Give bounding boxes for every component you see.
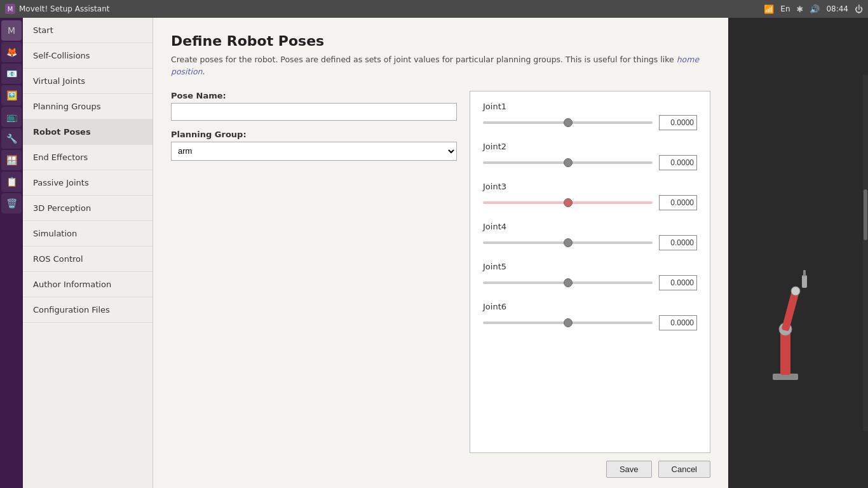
app-icon: M: [5, 4, 15, 14]
joint-slider-container-joint6: [483, 316, 653, 329]
joint-slider-container-joint1: [483, 116, 653, 129]
sidebar-item-planning-groups[interactable]: Planning Groups: [23, 94, 153, 119]
svg-rect-7: [803, 270, 806, 276]
dock-item-terminal[interactable]: 📺: [1, 107, 22, 127]
titlebar-right: 📶 En ✱ 🔊 08:44 ⏻: [764, 4, 863, 14]
joint-slider-container-joint3: [483, 196, 653, 209]
sidebar-item-ros-control[interactable]: ROS Control: [23, 247, 153, 272]
joint-row-joint5: Joint5: [483, 262, 697, 290]
joint-value-joint6[interactable]: [659, 315, 697, 330]
cancel-button[interactable]: Cancel: [658, 461, 710, 478]
joint-slider-joint5[interactable]: [483, 281, 653, 284]
svg-point-5: [791, 287, 800, 295]
dock-item-window[interactable]: 🪟: [1, 150, 22, 170]
joint-name-joint3: Joint3: [483, 182, 697, 191]
sidebar-item-passive-joints[interactable]: Passive Joints: [23, 170, 153, 196]
sidebar-item-author-information[interactable]: Author Information: [23, 272, 153, 297]
titlebar-left: M MoveIt! Setup Assistant: [5, 4, 109, 14]
dock-item-moveit[interactable]: M: [1, 20, 22, 41]
joint-controls-joint6: [483, 315, 697, 330]
bottom-bar: Save Cancel: [171, 453, 710, 478]
joint-controls-joint1: [483, 115, 697, 130]
dock-item-trash[interactable]: 🗑️: [1, 193, 22, 214]
joint-row-joint2: Joint2: [483, 142, 697, 170]
sidebar-item-virtual-joints[interactable]: Virtual Joints: [23, 69, 153, 94]
joint-value-joint1[interactable]: [659, 115, 697, 130]
language-indicator: En: [780, 4, 790, 13]
titlebar: M MoveIt! Setup Assistant 📶 En ✱ 🔊 08:44…: [0, 0, 868, 18]
app-container: M 🦊 📧 🖼️ 📺 🔧 🪟 📋 🗑️ Start Self-Collision…: [0, 18, 868, 488]
bluetooth-icon: ✱: [797, 4, 804, 14]
joint-controls-joint5: [483, 275, 697, 290]
volume-icon: 🔊: [810, 4, 820, 14]
sidebar-item-3d-perception[interactable]: 3D Perception: [23, 196, 153, 221]
joint-slider-joint6[interactable]: [483, 322, 653, 324]
page-title: Define Robot Poses: [171, 33, 710, 49]
joints-panel: Joint1Joint2Joint3Joint4Joint5Joint6: [470, 91, 710, 454]
power-icon: ⏻: [855, 4, 863, 14]
dock-item-email[interactable]: 📧: [1, 64, 22, 84]
save-button[interactable]: Save: [606, 461, 652, 478]
joint-slider-container-joint4: [483, 236, 653, 249]
joint-controls-joint3: [483, 195, 697, 210]
sidebar-item-start[interactable]: Start: [23, 18, 153, 43]
wifi-icon: 📶: [764, 4, 774, 14]
joint-name-joint1: Joint1: [483, 102, 697, 111]
joint-value-joint4[interactable]: [659, 235, 697, 250]
3d-view-panel: [728, 18, 868, 488]
dock-item-browser[interactable]: 🦊: [1, 42, 22, 62]
joint-row-joint1: Joint1: [483, 102, 697, 130]
joint-name-joint6: Joint6: [483, 302, 697, 311]
dock-item-files[interactable]: 🖼️: [1, 85, 22, 105]
app-title: MoveIt! Setup Assistant: [19, 4, 109, 13]
joint-row-joint3: Joint3: [483, 182, 697, 210]
robot-3d-view: [728, 75, 868, 431]
svg-rect-8: [863, 75, 868, 431]
joint-value-joint3[interactable]: [659, 195, 697, 210]
joint-value-joint2[interactable]: [659, 155, 697, 170]
dock: M 🦊 📧 🖼️ 📺 🔧 🪟 📋 🗑️: [0, 18, 23, 488]
sidebar-item-self-collisions[interactable]: Self-Collisions: [23, 43, 153, 69]
sidebar-item-simulation[interactable]: Simulation: [23, 221, 153, 247]
joint-row-joint4: Joint4: [483, 222, 697, 250]
planning-group-label: Planning Group:: [171, 130, 457, 139]
joint-slider-joint2[interactable]: [483, 161, 653, 164]
svg-rect-2: [780, 329, 790, 375]
joint-name-joint2: Joint2: [483, 142, 697, 151]
description-text-start: Create poses for the robot. Poses are de…: [171, 55, 677, 64]
joint-slider-container-joint2: [483, 156, 653, 169]
svg-rect-6: [802, 275, 807, 288]
pose-name-label: Pose Name:: [171, 91, 457, 100]
left-form: Pose Name: Planning Group: arm: [171, 91, 457, 454]
joint-slider-joint3[interactable]: [483, 201, 653, 204]
joint-slider-container-joint5: [483, 276, 653, 289]
joint-value-joint5[interactable]: [659, 275, 697, 290]
page-description: Create poses for the robot. Poses are de…: [171, 54, 710, 78]
joint-row-joint6: Joint6: [483, 302, 697, 330]
sidebar-item-configuration-files[interactable]: Configuration Files: [23, 297, 153, 323]
svg-rect-9: [864, 189, 867, 240]
dock-item-notes[interactable]: 📋: [1, 172, 22, 192]
description-text-end: .: [203, 67, 205, 76]
joint-controls-joint2: [483, 155, 697, 170]
joint-slider-joint4[interactable]: [483, 241, 653, 244]
joint-name-joint4: Joint4: [483, 222, 697, 231]
planning-group-select[interactable]: arm: [171, 142, 457, 161]
joint-controls-joint4: [483, 235, 697, 250]
joint-name-joint5: Joint5: [483, 262, 697, 271]
sidebar: Start Self-Collisions Virtual Joints Pla…: [23, 18, 153, 488]
sidebar-item-end-effectors[interactable]: End Effectors: [23, 145, 153, 170]
dock-item-settings[interactable]: 🔧: [1, 128, 22, 149]
main-content: Define Robot Poses Create poses for the …: [153, 18, 728, 488]
joint-slider-joint1[interactable]: [483, 121, 653, 124]
form-area: Pose Name: Planning Group: arm Joint1Joi…: [171, 91, 710, 454]
clock: 08:44: [826, 4, 848, 13]
pose-name-input[interactable]: [171, 103, 457, 121]
sidebar-item-robot-poses[interactable]: Robot Poses: [23, 119, 153, 145]
